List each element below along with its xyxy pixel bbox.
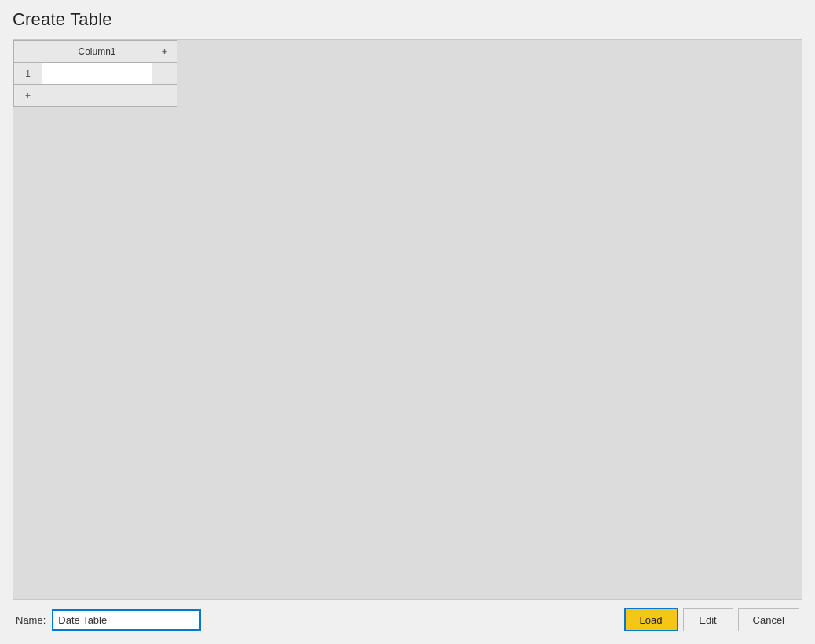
page-title: Create Table [13, 9, 802, 30]
column-header-1[interactable]: Column1 [42, 41, 152, 63]
table-row: 1 [14, 63, 177, 85]
name-input[interactable] [52, 609, 201, 631]
page-container: Create Table Column1 + 1 + [0, 0, 815, 644]
name-section: Name: [16, 609, 201, 631]
name-label: Name: [16, 614, 46, 626]
cell-1-plus [152, 63, 177, 85]
add-row-plus [152, 85, 177, 107]
cancel-button[interactable]: Cancel [738, 608, 799, 631]
button-section: Load Edit Cancel [624, 608, 799, 631]
row-num-header [14, 41, 42, 63]
data-table: Column1 + 1 + [13, 40, 177, 107]
add-column-button[interactable]: + [152, 41, 177, 63]
load-button[interactable]: Load [624, 608, 678, 631]
add-row-button[interactable]: + [14, 85, 42, 107]
bottom-bar: Name: Load Edit Cancel [13, 608, 802, 631]
add-row-cell [42, 85, 152, 107]
add-row-row: + [14, 85, 177, 107]
row-number-1: 1 [14, 63, 42, 85]
edit-button[interactable]: Edit [683, 608, 733, 631]
table-area: Column1 + 1 + [13, 39, 802, 600]
cell-1-1[interactable] [42, 63, 152, 85]
